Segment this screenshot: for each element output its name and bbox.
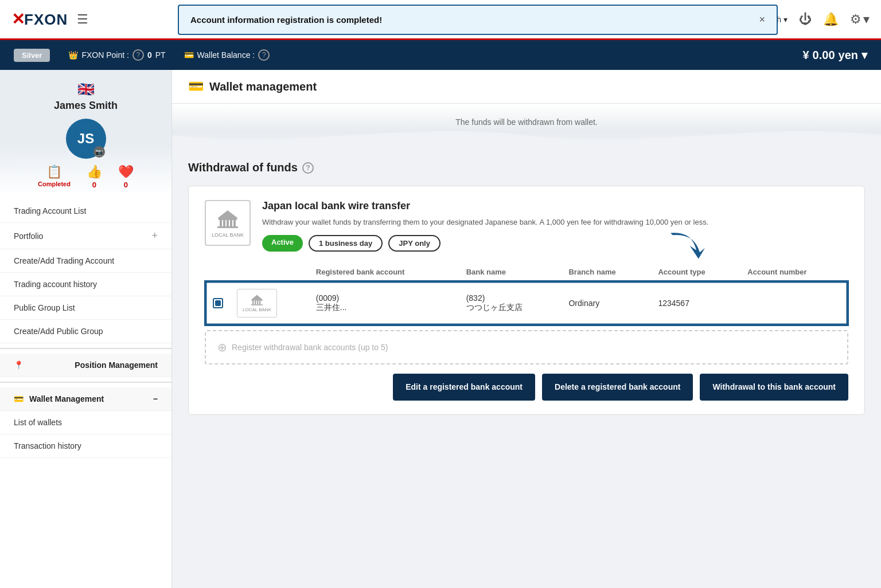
sidebar-item-create-trading-account[interactable]: Create/Add Trading Account [0,249,171,273]
table-col-select [205,263,230,281]
bell-icon[interactable]: 🔔 [823,12,839,27]
wallet-nav-icon: 💳 [14,394,24,403]
delete-bank-account-button[interactable]: Delete a registered bank account [542,374,693,401]
svg-rect-9 [251,304,263,305]
wallet-balance-value[interactable]: ¥ 0.00 yen ▾ [802,48,867,62]
wallet-balance-item: 💳 Wallet Balance : ? [184,49,270,61]
register-bank-account-button[interactable]: ⊕ Register withdrawal bank accounts (up … [205,330,848,364]
top-navigation: ✕FXON ☰ Account information registration… [0,0,881,40]
svg-rect-3 [223,220,225,226]
user-name: James Smith [9,100,162,112]
radio-button[interactable] [213,298,223,308]
page-header: 💳 Wallet management [172,70,881,104]
crown-icon: 👑 [68,50,78,60]
camera-icon[interactable]: 📷 [93,146,105,158]
badge-active: Active [262,235,303,252]
fxon-point-help-icon[interactable]: ? [132,49,144,61]
power-icon[interactable]: ⏻ [799,12,812,27]
notification-banner: Account information registration is comp… [178,5,778,35]
bank-logo-small-label: LOCAL BANK [243,307,271,312]
page-title: Wallet management [209,80,317,93]
svg-rect-5 [230,220,232,226]
currency-unit: yen [839,49,858,62]
main-layout: 🇬🇧 James Smith JS 📷 📋 Completed 👍 0 ❤️ 0 [0,70,881,588]
stat-hearts: ❤️ 0 [118,164,134,189]
svg-rect-10 [252,301,254,304]
wave-section: The funds will be withdrawn from wallet. [172,104,881,150]
table-row[interactable]: LOCAL BANK (0009) 三井住... (832) つつじヶ丘支店 [205,281,848,325]
plus-icon: + [151,230,158,242]
notification-message: Account information registration is comp… [190,15,382,25]
wave-decoration [172,121,881,150]
sidebar-item-create-public-group[interactable]: Create/Add Public Group [0,320,171,343]
branch-cell: (832) つつじヶ丘支店 [459,281,562,325]
svg-rect-13 [259,301,260,304]
wallet-help-icon[interactable]: ? [258,49,270,61]
sidebar-item-portfolio[interactable]: Portfolio + [0,223,171,249]
svg-rect-12 [257,301,258,304]
table-col-account-type: Account type [651,263,740,281]
badge-currency: JPY only [388,235,440,252]
heart-icon: ❤️ [118,164,134,179]
location-icon: 📍 [14,360,24,370]
stat-hearts-value: 0 [124,181,128,189]
svg-rect-4 [227,220,229,226]
hamburger-button[interactable]: ☰ [77,12,88,27]
table-col-bank-logo [230,263,309,281]
sidebar-item-wallet-management[interactable]: 💳 Wallet Management − [0,387,171,411]
stat-completed: 📋 Completed [38,164,71,189]
sidebar-item-trading-account-list[interactable]: Trading Account List [0,199,171,223]
bank-badges: Active 1 business day JPY only [262,235,708,252]
svg-rect-1 [217,226,238,228]
fxon-point-item: 👑 FXON Point : ? 0 PT [68,49,165,61]
tier-badge: Silver [14,49,50,62]
thumbsup-icon: 👍 [87,164,102,179]
nav-divider-2 [0,382,171,383]
withdrawal-section: Withdrawal of funds ? [172,150,881,431]
wallet-icon: 💳 [184,50,194,60]
register-label: Register withdrawal bank accounts (up to… [232,343,388,352]
logo-area: ✕FXON ☰ [11,10,88,29]
sidebar-item-public-group-list[interactable]: Public Group List [0,296,171,320]
bank-icon-box: LOCAL BANK [205,200,251,246]
bank-small-icon [250,293,264,307]
settings-button[interactable]: ⚙ ▾ [850,12,870,27]
sidebar-item-trading-history[interactable]: Trading account history [0,273,171,296]
sidebar-item-position-management[interactable]: 📍 Position Management [0,354,171,377]
table-col-bank-name: Bank name [459,263,562,281]
svg-rect-2 [220,220,222,226]
bank-card-title: Japan local bank wire transfer [262,200,708,212]
notification-close-button[interactable]: × [759,14,765,26]
wallet-header-icon: 💳 [188,79,204,94]
withdrawal-button[interactable]: Withdrawal to this bank account [700,374,848,401]
sidebar-item-transaction-history[interactable]: Transaction history [0,434,171,458]
account-type-cell: Ordinary [562,281,651,325]
edit-bank-account-button[interactable]: Edit a registered bank account [393,374,535,401]
yen-symbol: ¥ [802,49,809,62]
radio-cell[interactable] [205,281,230,325]
stat-likes-value: 0 [92,181,96,189]
sidebar: 🇬🇧 James Smith JS 📷 📋 Completed 👍 0 ❤️ 0 [0,70,172,588]
main-content: 💳 Wallet management The funds will be wi… [172,70,881,588]
fxon-point-value: 0 [147,50,152,60]
avatar[interactable]: JS 📷 [66,119,106,159]
svg-marker-14 [251,295,263,300]
balance-chevron-icon: ▾ [861,48,867,62]
fxon-point-label: FXON Point : [81,50,128,60]
stat-completed-label: Completed [38,181,71,187]
sidebar-nav: Trading Account List Portfolio + Create/… [0,199,171,458]
bank-building-icon [216,208,239,231]
account-table: Registered bank account Bank name Branch… [205,263,848,326]
account-number-cell: 1234567 [651,281,740,325]
section-help-icon[interactable]: ? [302,162,314,174]
profile-stats: 📋 Completed 👍 0 ❤️ 0 [9,164,162,189]
bank-card-description: Withdraw your wallet funds by transferri… [262,217,708,228]
blue-arrow [665,229,711,263]
bank-icon-label: LOCAL BANK [212,232,244,238]
sidebar-item-list-of-wallets[interactable]: List of wallets [0,411,171,434]
bank-card-header: LOCAL BANK Japan local bank wire transfe… [205,200,848,252]
settings-chevron-icon: ▾ [863,12,870,27]
action-buttons: Edit a registered bank account Delete a … [205,374,848,401]
nav-divider-1 [0,348,171,349]
gear-icon: ⚙ [850,12,861,27]
